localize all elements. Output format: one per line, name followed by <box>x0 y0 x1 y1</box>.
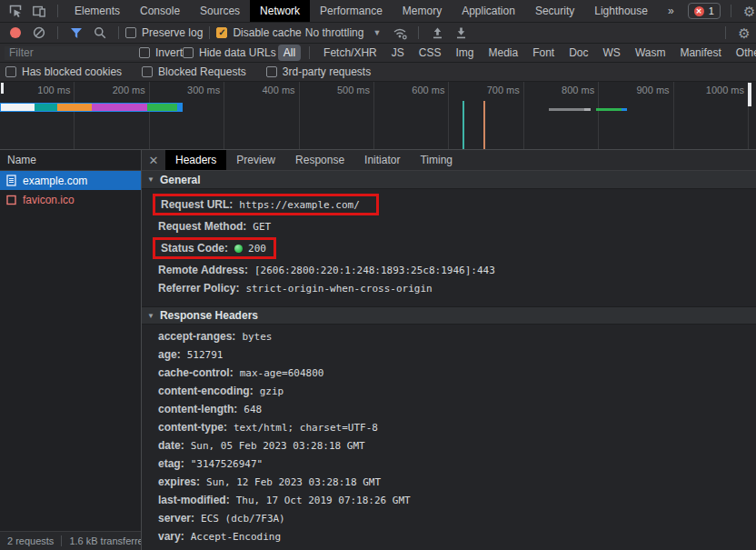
filter-type-doc[interactable]: Doc <box>563 45 593 61</box>
network-summary-bar: 2 requests 1.6 kB transferred <box>0 531 141 550</box>
hide-data-urls-checkbox[interactable]: Hide data URLs <box>183 46 276 59</box>
header-value: 200 <box>248 243 266 255</box>
clear-icon[interactable] <box>27 23 51 43</box>
record-button[interactable] <box>4 23 27 43</box>
request-row-example-com[interactable]: example.com <box>0 171 141 190</box>
response-header-row-cache-control: cache-control:max-age=604800 <box>142 364 756 382</box>
header-value: "3147526947" <box>191 458 263 470</box>
tab-sources[interactable]: Sources <box>190 0 250 22</box>
triangle-down-icon: ▼ <box>147 312 154 320</box>
name-column-header[interactable]: Name <box>0 150 141 171</box>
filter-type-media[interactable]: Media <box>482 45 523 61</box>
network-overview-timeline[interactable]: 100 ms200 ms300 ms400 ms500 ms600 ms700 … <box>0 82 756 150</box>
divider <box>725 26 726 39</box>
device-toolbar-icon[interactable] <box>27 0 51 22</box>
header-name: expires: <box>158 475 200 488</box>
filter-type-css[interactable]: CSS <box>413 45 447 61</box>
favicon-waterfall-segment <box>596 108 622 111</box>
inspect-element-icon[interactable] <box>4 0 27 22</box>
header-value: strict-origin-when-cross-origin <box>245 283 432 295</box>
overview-right-handle[interactable] <box>748 83 751 106</box>
filter-type-js[interactable]: JS <box>386 45 410 61</box>
response-header-row-expires: expires:Sun, 12 Feb 2023 03:28:18 GMT <box>142 473 756 491</box>
filter-input[interactable] <box>5 46 139 60</box>
filter-type-all[interactable]: All <box>278 45 301 61</box>
detail-tab-headers[interactable]: Headers <box>165 150 226 170</box>
search-icon[interactable] <box>88 23 112 43</box>
checkbox-box <box>5 66 16 77</box>
timeline-tick-label: 600 ms <box>412 85 444 95</box>
has-blocked-cookies-label: Has blocked cookies <box>22 65 122 78</box>
header-name: Request Method: <box>158 220 246 233</box>
tab-memory[interactable]: Memory <box>393 0 452 22</box>
tab-console[interactable]: Console <box>130 0 190 22</box>
tab-application[interactable]: Application <box>452 0 525 22</box>
annotation-box: Request URL:https://example.com/ <box>153 194 379 215</box>
close-icon[interactable]: ✕ <box>142 154 165 167</box>
detail-tab-preview[interactable]: Preview <box>226 150 285 170</box>
detail-tab-initiator[interactable]: Initiator <box>354 150 410 170</box>
triangle-down-icon: ▼ <box>147 175 154 184</box>
tab-network[interactable]: Network <box>250 0 310 22</box>
header-name: content-encoding: <box>158 385 254 397</box>
request-row-favicon-ico[interactable]: favicon.ico <box>0 190 141 209</box>
throttling-dropdown[interactable]: No throttling ▼ <box>305 26 389 39</box>
3rd-party-requests-label: 3rd-party requests <box>283 65 371 78</box>
header-value: Sun, 05 Feb 2023 03:28:18 GMT <box>191 440 365 452</box>
settings-gear-icon[interactable]: ⚙ <box>738 0 756 22</box>
general-section-header[interactable]: ▼ General <box>142 171 756 189</box>
import-har-icon[interactable] <box>425 23 449 43</box>
filter-type-font[interactable]: Font <box>527 45 560 61</box>
timeline-tick-label: 500 ms <box>337 85 370 95</box>
blocked-requests-checkbox[interactable]: Blocked Requests <box>142 65 246 78</box>
document-icon <box>6 175 16 186</box>
header-name: etag: <box>158 457 184 470</box>
header-value: max-age=604800 <box>240 367 324 379</box>
page-event-line <box>463 101 464 149</box>
filter-funnel-icon[interactable] <box>65 23 88 43</box>
response-header-row-content-type: content-type:text/html; charset=UTF-8 <box>142 418 756 436</box>
disable-cache-checkbox[interactable]: ✓ Disable cache <box>216 26 301 39</box>
detail-tab-response[interactable]: Response <box>285 150 354 170</box>
timeline-gridline: 200 ms <box>75 82 149 149</box>
filter-type-fetch-xhr[interactable]: Fetch/XHR <box>318 45 383 61</box>
header-value: Sun, 12 Feb 2023 03:28:18 GMT <box>206 476 381 488</box>
preserve-log-checkbox[interactable]: Preserve log <box>125 26 203 39</box>
timeline-tick-label: 900 ms <box>637 85 670 95</box>
header-name: last-modified: <box>158 494 230 506</box>
error-count: 1 <box>709 5 714 16</box>
tab-security[interactable]: Security <box>525 0 584 22</box>
response-header-row-date: date:Sun, 05 Feb 2023 03:28:18 GMT <box>142 436 756 455</box>
timeline-gridline: 500 ms <box>300 82 374 149</box>
network-settings-gear-icon[interactable]: ⚙ <box>732 23 756 43</box>
filter-type-wasm[interactable]: Wasm <box>630 45 671 61</box>
export-har-icon[interactable] <box>449 23 472 43</box>
overview-left-handle[interactable] <box>1 83 4 94</box>
3rd-party-requests-checkbox[interactable]: 3rd-party requests <box>266 65 371 78</box>
has-blocked-cookies-checkbox[interactable]: Has blocked cookies <box>5 65 122 78</box>
filter-type-manifest[interactable]: Manifest <box>674 45 726 61</box>
divider <box>57 5 58 17</box>
header-name: cache-control: <box>158 366 234 379</box>
filter-type-ws[interactable]: WS <box>598 45 626 61</box>
response-header-row-x-cache: x-cache:HIT <box>142 545 756 550</box>
header-name: date: <box>158 439 184 452</box>
request-name: example.com <box>23 175 87 187</box>
header-name: accept-ranges: <box>158 330 235 343</box>
tab-elements[interactable]: Elements <box>65 0 130 22</box>
filter-type-other[interactable]: Other <box>731 45 756 61</box>
tab-more[interactable]: » <box>658 0 684 22</box>
network-conditions-icon[interactable] <box>388 23 412 43</box>
response-headers-section-header[interactable]: ▼ Response Headers <box>142 306 756 325</box>
checkbox-box <box>142 66 153 77</box>
detail-tab-timing[interactable]: Timing <box>410 150 463 170</box>
timeline-tick-label: 100 ms <box>37 85 70 95</box>
response-header-row-content-length: content-length:648 <box>142 400 756 418</box>
tab-lighthouse[interactable]: Lighthouse <box>584 0 658 22</box>
filter-type-img[interactable]: Img <box>450 45 479 61</box>
tab-performance[interactable]: Performance <box>310 0 393 22</box>
error-badge[interactable]: ✕ 1 <box>688 3 721 19</box>
preserve-log-label: Preserve log <box>142 26 203 39</box>
invert-checkbox[interactable]: Invert <box>139 46 183 59</box>
disable-cache-label: Disable cache <box>233 26 301 39</box>
